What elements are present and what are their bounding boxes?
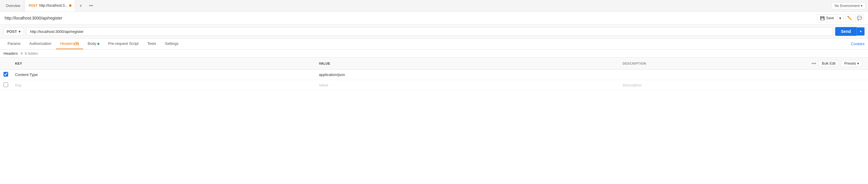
tab-body[interactable]: Body bbox=[84, 38, 104, 49]
th-actions: ••• Bulk Edit Presets ▾ bbox=[703, 58, 868, 70]
headers-badge: (9) bbox=[74, 41, 79, 46]
th-description: DESCRIPTION bbox=[619, 58, 703, 70]
table-action-buttons: ••• Bulk Edit Presets ▾ bbox=[707, 60, 865, 67]
method-chevron-icon: ▾ bbox=[19, 29, 21, 34]
body-dot-icon bbox=[97, 43, 99, 45]
hidden-count: 8 hidden bbox=[25, 52, 38, 56]
tab-method: POST bbox=[29, 4, 37, 7]
tab-params[interactable]: Params bbox=[3, 38, 25, 49]
new-tab-button[interactable]: + bbox=[76, 3, 85, 8]
row-value-cell[interactable]: application/json bbox=[315, 70, 619, 80]
tab-active-request[interactable]: POST http://localhost:3... bbox=[25, 0, 75, 11]
edit-icon: ✏️ bbox=[847, 16, 852, 20]
row-checkbox-cell bbox=[0, 70, 11, 80]
edit-button[interactable]: ✏️ bbox=[845, 14, 854, 22]
empty-value-cell[interactable]: Value bbox=[315, 80, 619, 90]
tab-prerequest[interactable]: Pre-request Script bbox=[104, 38, 143, 49]
th-value: VALUE bbox=[315, 58, 619, 70]
tab-tests[interactable]: Tests bbox=[143, 38, 160, 49]
empty-row-checkbox[interactable] bbox=[3, 82, 8, 87]
save-button[interactable]: 💾 Save bbox=[817, 15, 837, 22]
bulk-edit-button[interactable]: Bulk Edit bbox=[818, 60, 839, 67]
table-more-icon[interactable]: ••• bbox=[812, 61, 816, 66]
tab-url-short: http://localhost:3... bbox=[39, 3, 67, 7]
tab-overview[interactable]: Overview bbox=[2, 0, 24, 11]
request-tabs-nav: Params Authorization Headers(9) Body Pre… bbox=[0, 38, 868, 50]
presets-button[interactable]: Presets ▾ bbox=[841, 60, 862, 67]
send-button-group: Send ▾ bbox=[835, 27, 865, 36]
environment-selector[interactable]: No Environment ▾ bbox=[831, 2, 866, 9]
row-description-cell[interactable] bbox=[619, 70, 703, 80]
tab-modified-dot bbox=[69, 4, 71, 7]
tab-headers[interactable]: Headers(9) bbox=[56, 38, 83, 49]
comment-icon: 💬 bbox=[857, 16, 862, 20]
comment-button[interactable]: 💬 bbox=[855, 14, 863, 22]
row-key-cell[interactable]: Content-Type bbox=[11, 70, 315, 80]
th-key: KEY bbox=[11, 58, 315, 70]
save-dropdown-button[interactable]: ▾ bbox=[837, 15, 843, 22]
eye-icon: 👁 bbox=[20, 52, 24, 56]
method-selector[interactable]: POST ▾ bbox=[3, 27, 24, 36]
env-chevron-icon: ▾ bbox=[861, 4, 863, 8]
empty-description-cell[interactable]: Description bbox=[619, 80, 703, 90]
url-actions: 💾 Save ▾ ✏️ 💬 bbox=[817, 14, 863, 22]
env-label: No Environment bbox=[835, 4, 860, 8]
url-bar-area: http://localhost:3000/api/register 💾 Sav… bbox=[0, 11, 868, 25]
overview-label: Overview bbox=[6, 4, 20, 8]
url-input[interactable] bbox=[26, 27, 833, 36]
method-label: POST bbox=[7, 29, 17, 34]
empty-key-cell[interactable]: Key bbox=[11, 80, 315, 90]
save-button-group: 💾 Save ▾ bbox=[817, 14, 844, 22]
row-checkbox[interactable] bbox=[3, 72, 8, 77]
th-checkbox bbox=[0, 58, 11, 70]
presets-chevron-icon: ▾ bbox=[857, 61, 859, 65]
empty-row-checkbox-cell bbox=[0, 80, 11, 90]
send-dropdown-button[interactable]: ▾ bbox=[857, 27, 865, 35]
empty-actions-cell bbox=[703, 80, 868, 90]
table-row-empty: Key Value Description bbox=[0, 80, 868, 90]
table-header: KEY VALUE DESCRIPTION ••• Bulk Edit Pres… bbox=[0, 58, 868, 70]
request-bar: POST ▾ Send ▾ bbox=[0, 25, 868, 38]
send-chevron-icon: ▾ bbox=[860, 29, 862, 33]
headers-sub-bar: Headers 👁 8 hidden bbox=[0, 50, 868, 58]
request-title: http://localhost:3000/api/register bbox=[5, 16, 62, 20]
save-icon: 💾 bbox=[820, 16, 825, 20]
tab-settings[interactable]: Settings bbox=[161, 38, 182, 49]
table-row: Content-Type application/json bbox=[0, 70, 868, 80]
tabs-more-button[interactable]: ••• bbox=[86, 3, 96, 8]
send-button[interactable]: Send bbox=[835, 27, 857, 36]
headers-table: KEY VALUE DESCRIPTION ••• Bulk Edit Pres… bbox=[0, 58, 868, 90]
cookies-link[interactable]: Cookies bbox=[851, 39, 865, 49]
tab-authorization[interactable]: Authorization bbox=[25, 38, 56, 49]
tab-bar: Overview POST http://localhost:3... + ••… bbox=[0, 0, 868, 11]
headers-sub-label: Headers bbox=[3, 51, 18, 56]
hidden-headers-toggle[interactable]: 👁 8 hidden bbox=[20, 52, 38, 56]
row-actions-cell bbox=[703, 70, 868, 80]
save-chevron-icon: ▾ bbox=[839, 16, 841, 20]
